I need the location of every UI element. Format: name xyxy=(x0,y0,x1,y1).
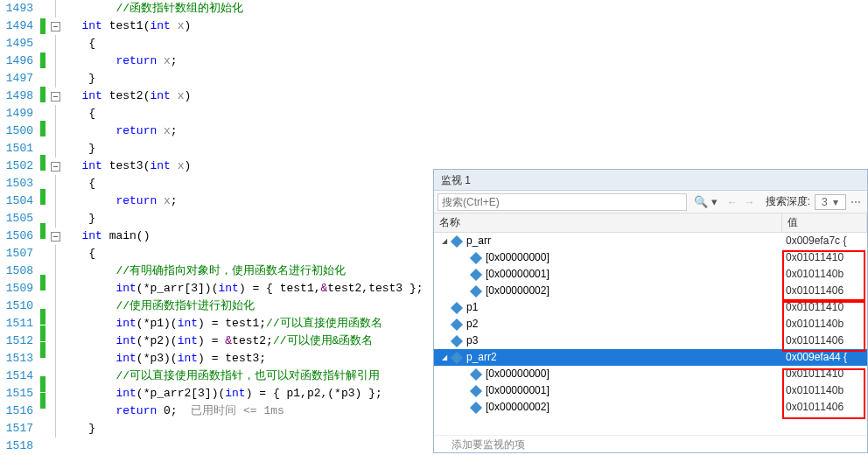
fold-line xyxy=(49,175,61,192)
expand-icon[interactable]: ◢ xyxy=(439,236,449,246)
line-number: 1515 xyxy=(0,385,33,402)
depth-select[interactable]: 3 ▾ xyxy=(815,194,846,210)
expand-icon[interactable] xyxy=(458,402,468,412)
change-marker xyxy=(37,171,49,188)
code-line[interactable]: { xyxy=(61,35,868,52)
line-number: 1514 xyxy=(0,368,33,385)
expand-icon[interactable] xyxy=(458,386,468,396)
change-marker xyxy=(37,34,49,52)
code-line[interactable]: return x; xyxy=(61,52,868,70)
fold-line xyxy=(49,245,61,262)
fold-column[interactable] xyxy=(49,0,61,455)
fold-line xyxy=(49,368,61,385)
fold-toggle[interactable] xyxy=(49,18,61,35)
expand-icon[interactable] xyxy=(458,369,468,379)
variable-icon xyxy=(451,335,463,347)
line-number: 1518 xyxy=(0,438,33,455)
watch-search-input[interactable] xyxy=(438,193,687,211)
variable-icon xyxy=(470,385,482,397)
change-marker xyxy=(40,342,46,358)
var-value: 0x01011406 xyxy=(782,283,867,299)
watch-row[interactable]: p20x0101140b xyxy=(434,316,867,332)
variable-icon xyxy=(470,368,482,381)
code-line[interactable]: } xyxy=(61,70,868,88)
line-number: 1507 xyxy=(0,245,33,262)
watch-body[interactable]: ◢p_arr0x009efa7c {[0x00000000]0x01011410… xyxy=(434,233,867,435)
var-value: 0x0101140b xyxy=(782,382,867,399)
variable-icon xyxy=(451,318,463,331)
line-number: 1511 xyxy=(0,315,33,332)
line-number: 1516 xyxy=(0,402,33,420)
line-number: 1510 xyxy=(0,298,33,315)
fold-line xyxy=(49,122,61,140)
watch-row[interactable]: [0x00000000]0x01011410 xyxy=(434,249,867,266)
variable-icon xyxy=(451,352,463,364)
line-number: 1509 xyxy=(0,280,33,298)
nav-back-icon[interactable]: ← xyxy=(724,196,740,208)
line-number: 1504 xyxy=(0,192,33,210)
var-value: 0x0101140b xyxy=(782,316,867,332)
fold-line xyxy=(49,70,61,88)
expand-icon[interactable]: ◢ xyxy=(439,353,449,362)
watch-row[interactable]: [0x00000002]0x01011406 xyxy=(434,283,867,299)
code-line[interactable]: //函数指针数组的初始化 xyxy=(61,0,868,18)
expand-icon[interactable] xyxy=(458,253,468,262)
fold-line xyxy=(49,35,61,52)
var-value: 0x01011410 xyxy=(782,249,867,266)
change-marker xyxy=(40,309,46,325)
change-marker xyxy=(37,68,49,86)
var-name: [0x00000002] xyxy=(486,283,550,299)
change-marker xyxy=(37,239,49,256)
code-line[interactable]: } xyxy=(61,140,868,158)
expand-icon[interactable] xyxy=(439,319,449,329)
watch-row[interactable]: p30x01011406 xyxy=(434,332,867,349)
watch-add-item[interactable]: 添加要监视的项 xyxy=(434,435,867,452)
line-number: 1494 xyxy=(0,18,33,35)
watch-row[interactable]: [0x00000001]0x0101140b xyxy=(434,382,867,399)
search-icon[interactable]: 🔍 ▾ xyxy=(690,195,721,208)
change-marker xyxy=(40,376,46,392)
watch-row[interactable]: ◢p_arr0x009efa7c { xyxy=(434,233,867,249)
watch-row[interactable]: p10x01011410 xyxy=(434,299,867,316)
watch-row[interactable]: [0x00000001]0x0101140b xyxy=(434,266,867,283)
nav-forward-icon[interactable]: → xyxy=(742,196,758,208)
variable-icon xyxy=(470,269,482,281)
change-marker xyxy=(37,290,49,308)
watch-row[interactable]: [0x00000000]0x01011410 xyxy=(434,366,867,382)
fold-line xyxy=(49,280,61,298)
line-number: 1497 xyxy=(0,70,33,88)
col-header-value[interactable]: 值 xyxy=(782,214,867,232)
line-number: 1502 xyxy=(0,158,33,175)
expand-icon[interactable] xyxy=(458,286,468,296)
watch-nav: ← → 搜索深度: 3 ▾ ⋯ xyxy=(721,194,867,210)
fold-toggle[interactable] xyxy=(49,88,61,105)
expand-icon[interactable] xyxy=(439,303,449,312)
var-name: p3 xyxy=(466,332,478,349)
watch-title: 监视 1 xyxy=(434,170,867,191)
fold-toggle[interactable] xyxy=(49,158,61,175)
toolbar-extra-icon[interactable]: ⋯ xyxy=(848,196,864,208)
watch-window[interactable]: 监视 1 🔍 ▾ ← → 搜索深度: 3 ▾ ⋯ 名称 值 ◢p_arr0x00… xyxy=(433,169,868,453)
change-marker xyxy=(40,189,46,205)
line-number: 1501 xyxy=(0,140,33,158)
variable-icon xyxy=(451,235,463,248)
change-marker xyxy=(37,136,49,154)
fold-line xyxy=(49,52,61,70)
fold-line xyxy=(49,350,61,368)
watch-search-bar: 🔍 ▾ ← → 搜索深度: 3 ▾ ⋯ xyxy=(434,191,867,214)
code-line[interactable]: int test1(int x) xyxy=(61,18,868,35)
expand-icon[interactable] xyxy=(458,270,468,279)
change-marker xyxy=(40,393,46,409)
line-number: 1512 xyxy=(0,332,33,350)
var-value: 0x0101140b xyxy=(782,266,867,283)
line-number: 1506 xyxy=(0,228,33,245)
code-line[interactable]: int test2(int x) xyxy=(61,88,868,105)
watch-row[interactable]: [0x00000002]0x01011406 xyxy=(434,399,867,416)
line-number: 1498 xyxy=(0,88,33,105)
expand-icon[interactable] xyxy=(439,336,449,346)
col-header-name[interactable]: 名称 xyxy=(434,214,782,232)
fold-toggle[interactable] xyxy=(49,228,61,245)
watch-row[interactable]: ◢p_arr20x009efa44 { xyxy=(434,349,867,366)
code-line[interactable]: return x; xyxy=(61,122,868,140)
code-line[interactable]: { xyxy=(61,105,868,122)
